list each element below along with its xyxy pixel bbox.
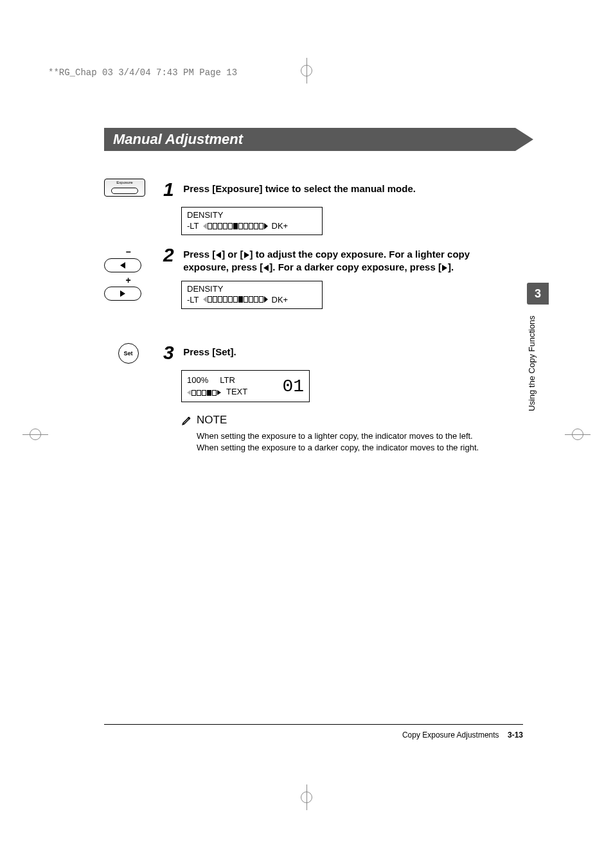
- lcd2-title: DENSITY: [187, 284, 317, 294]
- exposure-key-icon: Exposure: [104, 179, 152, 197]
- step-number-2: 2: [163, 244, 174, 266]
- plus-sign: +: [104, 275, 152, 285]
- left-arrow-key-icon: [104, 258, 141, 272]
- density-bar-1-icon: [203, 223, 268, 229]
- set-key-icon: Set: [118, 343, 139, 364]
- arrow-keys-icon: − +: [104, 247, 152, 303]
- lcd-display-2: DENSITY -LT DK+: [181, 281, 323, 309]
- lcd1-title: DENSITY: [187, 210, 317, 220]
- step-number-3: 3: [163, 342, 174, 364]
- step-3-text: Press [Set].: [183, 342, 236, 359]
- footer-page: 3-13: [508, 731, 523, 740]
- lcd1-right-label: DK+: [272, 221, 289, 231]
- lcd-display-1: DENSITY -LT DK+: [181, 207, 323, 235]
- crop-mark-bottom-icon: [294, 784, 319, 810]
- chapter-label: Using the Copy Functions: [527, 312, 537, 415]
- s2-frag-e: ].: [448, 261, 454, 272]
- lcd1-left-label: -LT: [187, 221, 199, 231]
- lcd2-right-label: DK+: [272, 295, 289, 305]
- s2-frag-a: Press [: [183, 249, 215, 260]
- print-header: **RG_Chap 03 3/4/04 7:43 PM Page 13: [48, 67, 237, 78]
- chapter-tab: 3 Using the Copy Functions: [527, 283, 549, 418]
- s2-frag-b: ] or [: [222, 249, 243, 260]
- footer-section: Copy Exposure Adjustments: [402, 731, 499, 740]
- note-heading: NOTE: [197, 414, 227, 427]
- left-triangle-icon: [216, 252, 221, 258]
- density-bar-2-icon: [203, 296, 268, 303]
- crop-mark-left-icon: [22, 421, 48, 447]
- crop-mark-right-icon: [565, 421, 591, 447]
- step-2: − + 2 Press [] or [] to adjust the copy …: [104, 244, 515, 309]
- section-title: Manual Adjustment: [104, 128, 515, 151]
- crop-mark-top-icon: [294, 58, 319, 84]
- lcd2-left-label: -LT: [187, 295, 199, 305]
- lcd-display-3: 100% LTR TEXT 01: [181, 370, 310, 402]
- exposure-key-label: Exposure: [116, 181, 132, 184]
- right-triangle-icon: [244, 252, 249, 258]
- footer: Copy Exposure Adjustments 3-13: [402, 731, 523, 740]
- lcd3-mode: TEXT: [226, 386, 247, 398]
- pencil-icon: [181, 414, 193, 426]
- lcd3-zoom: 100%: [187, 375, 208, 385]
- s2-frag-d: ]. For a darker copy exposure, press [: [269, 261, 441, 272]
- note-body: When setting the exposure to a lighter c…: [181, 430, 483, 454]
- note-block: NOTE When setting the exposure to a ligh…: [181, 414, 483, 454]
- step-number-1: 1: [163, 179, 174, 200]
- minus-sign: −: [104, 247, 152, 257]
- footer-rule: [104, 724, 523, 725]
- lcd3-count: 01: [282, 376, 304, 396]
- chapter-number: 3: [527, 283, 549, 305]
- left-triangle-icon-2: [263, 265, 269, 271]
- mini-density-bar-icon: [187, 390, 221, 396]
- right-triangle-icon-2: [442, 265, 447, 271]
- step-2-text: Press [] or [] to adjust the copy exposu…: [183, 244, 504, 274]
- right-arrow-key-icon: [104, 287, 141, 301]
- lcd3-paper: LTR: [220, 375, 235, 385]
- step-3: Set 3 Press [Set]. 100% LTR TEXT 01: [104, 342, 515, 402]
- set-key-icon-wrap: Set: [104, 343, 152, 364]
- step-1-text: Press [Exposure] twice to select the man…: [183, 179, 416, 195]
- step-1: Exposure 1 Press [Exposure] twice to sel…: [104, 179, 515, 235]
